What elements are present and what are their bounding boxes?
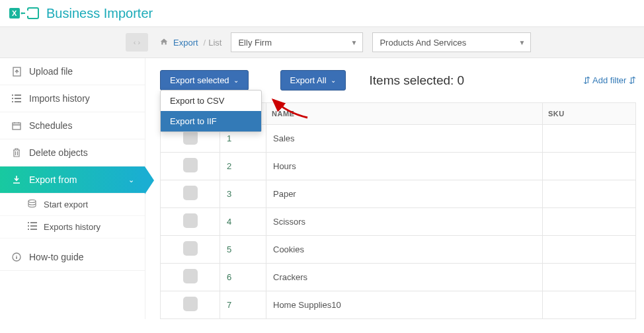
crumb-export[interactable]: Export	[173, 38, 198, 48]
trash-icon	[11, 148, 22, 157]
row-index: 6	[220, 264, 266, 291]
row-index: 5	[220, 236, 266, 264]
row-checkbox[interactable]	[183, 269, 198, 283]
row-checkbox[interactable]	[183, 213, 198, 228]
table-row[interactable]: 4Scissors	[161, 208, 636, 236]
row-sku	[542, 153, 635, 180]
sort-icon: ⇵	[583, 75, 590, 85]
list-icon	[28, 222, 38, 232]
crumb-current: List	[208, 38, 221, 48]
sidebar-item-imports-history[interactable]: Imports history	[0, 85, 145, 112]
row-index: 4	[220, 208, 266, 236]
download-icon	[11, 175, 22, 184]
row-name: Crackers	[266, 264, 543, 291]
row-sku	[542, 125, 635, 153]
dropdown-item-csv[interactable]: Export to CSV	[161, 91, 261, 111]
sidebar: Upload file Imports history Schedules De…	[0, 58, 145, 319]
dropdown-item-iif[interactable]: Export to IIF	[161, 111, 261, 131]
row-checkbox[interactable]	[183, 186, 198, 200]
row-checkbox[interactable]	[183, 158, 198, 172]
chevron-down-icon: ⌄	[128, 176, 134, 184]
col-name[interactable]: NAME	[266, 103, 543, 125]
table-row[interactable]: 5Cookies	[161, 236, 636, 264]
row-index: 7	[220, 291, 266, 319]
breadcrumb-toolbar: ‹ › Export / List Elly Firm ▼ Products A…	[0, 26, 644, 58]
row-sku	[542, 291, 635, 319]
row-index: 3	[220, 180, 266, 208]
home-icon	[160, 38, 168, 48]
row-sku	[542, 208, 635, 236]
sidebar-item-howto[interactable]: How-to guide	[0, 239, 145, 271]
main-content: Export selected ⌄ Export All ⌄ Items sel…	[145, 58, 644, 319]
table-row[interactable]: 2Hours	[161, 153, 636, 180]
row-name: Home Supplies10	[266, 291, 543, 319]
export-selected-dropdown: Export to CSV Export to IIF	[160, 90, 262, 132]
svg-rect-4	[26, 11, 30, 16]
app-title: Business Importer	[46, 6, 153, 21]
sidebar-item-upload[interactable]: Upload file	[0, 58, 145, 85]
row-checkbox[interactable]	[183, 130, 198, 145]
row-index: 2	[220, 153, 266, 180]
pager-buttons[interactable]: ‹ ›	[126, 33, 148, 52]
info-icon	[11, 252, 22, 262]
firm-select[interactable]: Elly Firm ▼	[231, 32, 363, 52]
svg-point-2	[21, 13, 23, 15]
caret-down-icon: ▼	[351, 39, 358, 46]
entity-select[interactable]: Products And Services ▼	[372, 32, 531, 52]
breadcrumb: Export / List	[160, 38, 221, 48]
row-sku	[542, 236, 635, 264]
calendar-icon	[11, 122, 22, 130]
list-icon	[11, 94, 22, 102]
app-logo: X	[9, 6, 40, 20]
items-selected-label: Items selected: 0	[370, 73, 465, 88]
sidebar-item-export-from[interactable]: Export from ⌄	[0, 166, 145, 194]
file-icon	[11, 67, 22, 77]
row-name: Cookies	[266, 236, 543, 264]
svg-rect-6	[13, 123, 20, 130]
export-selected-button[interactable]: Export selected ⌄	[160, 70, 249, 91]
col-sku[interactable]: SKU	[542, 103, 635, 125]
row-name: Scissors	[266, 208, 543, 236]
row-sku	[542, 180, 635, 208]
row-name: Hours	[266, 153, 543, 180]
sidebar-item-schedules[interactable]: Schedules	[0, 112, 145, 139]
database-icon	[28, 200, 38, 209]
brand-bar: X Business Importer	[0, 0, 644, 26]
row-name: Paper	[266, 180, 543, 208]
sidebar-item-delete-objects[interactable]: Delete objects	[0, 139, 145, 166]
table-row[interactable]: 6Crackers	[161, 264, 636, 291]
table-row[interactable]: 7Home Supplies10	[161, 291, 636, 319]
row-sku	[542, 264, 635, 291]
caret-down-icon: ⌄	[233, 77, 239, 84]
svg-text:X: X	[12, 9, 17, 17]
table-row[interactable]: 3Paper	[161, 180, 636, 208]
svg-point-7	[28, 200, 36, 203]
sidebar-subitem-start-export[interactable]: Start export	[0, 194, 145, 216]
export-all-button[interactable]: Export All ⌄	[280, 70, 346, 91]
data-table: NAME SKU 1Sales2Hours3Paper4Scissors5Coo…	[160, 102, 636, 319]
row-checkbox[interactable]	[183, 241, 198, 256]
row-name: Sales	[266, 125, 543, 153]
caret-down-icon: ⌄	[331, 77, 336, 84]
sort-icon: ⇵	[629, 75, 636, 85]
row-checkbox[interactable]	[183, 297, 198, 311]
caret-down-icon: ▼	[519, 39, 526, 46]
sidebar-subitem-exports-history[interactable]: Exports history	[0, 216, 145, 239]
add-filter-link[interactable]: ⇵ Add filter ⇵	[583, 75, 636, 85]
